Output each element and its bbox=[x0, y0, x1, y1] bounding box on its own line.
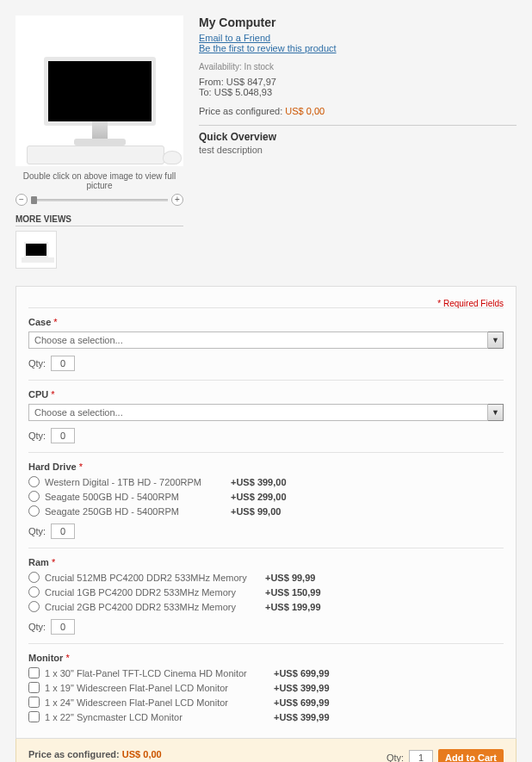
configured-price-amount: US$ 0,00 bbox=[285, 106, 325, 116]
ram-radio[interactable] bbox=[28, 586, 40, 598]
harddrive-radio[interactable] bbox=[28, 476, 40, 487]
chevron-down-icon[interactable]: ▼ bbox=[488, 404, 504, 421]
divider bbox=[199, 125, 517, 126]
add-to-cart-panel: Price as configured: US$ 0,00 Qty: Add t… bbox=[15, 739, 517, 762]
ram-option-name: Crucial 1GB PC4200 DDR2 533MHz Memory bbox=[45, 587, 260, 598]
more-views-heading: MORE VIEWS bbox=[15, 214, 183, 226]
ram-option[interactable]: Crucial 2GB PC4200 DDR2 533MHz Memory +U… bbox=[28, 601, 504, 612]
cpu-qty-input[interactable] bbox=[51, 428, 75, 443]
harddrive-option[interactable]: Seagate 500GB HD - 5400RPM +US$ 299,00 bbox=[28, 491, 504, 502]
harddrive-option-name: Western Digital - 1TB HD - 7200RPM bbox=[45, 477, 226, 487]
case-select-value: Choose a selection... bbox=[28, 331, 488, 349]
harddrive-radio[interactable] bbox=[28, 491, 40, 502]
option-section-ram: Ram * Crucial 512MB PC4200 DDR2 533MHz M… bbox=[28, 548, 504, 635]
monitor-option-name: 1 x 22" Syncmaster LCD Monitor bbox=[45, 712, 269, 722]
monitor-option-name: 1 x 24" Widescreen Flat-Panel LCD Monito… bbox=[45, 697, 269, 708]
zoom-slider[interactable] bbox=[31, 199, 168, 201]
monitor-option-price: +US$ 399,99 bbox=[274, 712, 330, 722]
price-to-value: US$ 5.048,93 bbox=[214, 87, 272, 97]
email-friend-link[interactable]: Email to a Friend bbox=[199, 33, 517, 43]
harddrive-option-price: +US$ 399,00 bbox=[231, 477, 287, 487]
case-select[interactable]: Choose a selection... ▼ bbox=[28, 331, 504, 349]
add-to-cart-button[interactable]: Add to Cart bbox=[438, 749, 504, 762]
monitor-option-price: +US$ 399,99 bbox=[274, 683, 330, 693]
zoom-slider-handle[interactable] bbox=[31, 196, 37, 204]
price-from-value: US$ 847,97 bbox=[226, 77, 276, 87]
configured-price-line: Price as configured: US$ 0,00 bbox=[199, 106, 517, 116]
ram-qty-input[interactable] bbox=[51, 619, 75, 635]
ram-option-price: +US$ 150,99 bbox=[265, 587, 321, 598]
case-qty-input[interactable] bbox=[51, 356, 75, 371]
ram-option[interactable]: Crucial 1GB PC4200 DDR2 533MHz Memory +U… bbox=[28, 586, 504, 598]
monitor-checkbox[interactable] bbox=[28, 711, 40, 722]
bottom-configured-price: Price as configured: US$ 0,00 bbox=[28, 749, 162, 759]
ram-option-price: +US$ 99,99 bbox=[265, 573, 315, 583]
review-product-link[interactable]: Be the first to review this product bbox=[199, 43, 517, 53]
cpu-qty-label: Qty: bbox=[28, 431, 46, 441]
harddrive-option-name: Seagate 500GB HD - 5400RPM bbox=[45, 492, 226, 502]
ram-radio[interactable] bbox=[28, 601, 40, 612]
ram-option-name: Crucial 2GB PC4200 DDR2 533MHz Memory bbox=[45, 602, 260, 612]
monitor-option-price: +US$ 699,99 bbox=[274, 697, 330, 708]
case-qty-label: Qty: bbox=[28, 358, 46, 369]
ram-option-name: Crucial 512MB PC4200 DDR2 533MHz Memory bbox=[45, 573, 260, 583]
product-main-image[interactable] bbox=[15, 15, 183, 166]
option-section-cpu: CPU * Choose a selection... ▼ Qty: bbox=[28, 380, 504, 443]
harddrive-option-name: Seagate 250GB HD - 5400RPM bbox=[45, 506, 226, 517]
price-from-label: From: bbox=[199, 77, 224, 87]
cpu-select-value: Choose a selection... bbox=[28, 404, 488, 421]
harddrive-option-price: +US$ 299,00 bbox=[231, 492, 287, 502]
product-options-panel: * Required Fields Case * Choose a select… bbox=[15, 286, 517, 739]
configured-price-label: Price as configured: bbox=[199, 106, 282, 116]
harddrive-option[interactable]: Seagate 250GB HD - 5400RPM +US$ 99,00 bbox=[28, 505, 504, 517]
monitor-option[interactable]: 1 x 22" Syncmaster LCD Monitor +US$ 399,… bbox=[28, 711, 504, 722]
quick-overview-heading: Quick Overview bbox=[199, 131, 517, 143]
monitor-option[interactable]: 1 x 19" Widescreen Flat-Panel LCD Monito… bbox=[28, 682, 504, 693]
zoom-hint-text: Double click on above image to view full… bbox=[15, 171, 183, 190]
option-section-monitor: Monitor * 1 x 30" Flat-Panel TFT-LCD Cin… bbox=[28, 643, 504, 722]
monitor-checkbox[interactable] bbox=[28, 667, 40, 678]
monitor-checkbox[interactable] bbox=[28, 697, 40, 708]
cart-qty-label: Qty: bbox=[387, 753, 404, 762]
option-section-case: Case * Choose a selection... ▼ Qty: bbox=[28, 307, 504, 371]
required-fields-note: * Required Fields bbox=[437, 299, 504, 308]
monitor-option-price: +US$ 699,99 bbox=[274, 668, 330, 678]
computer-illustration bbox=[44, 57, 156, 126]
zoom-out-button[interactable]: − bbox=[15, 194, 28, 206]
monitor-option[interactable]: 1 x 24" Widescreen Flat-Panel LCD Monito… bbox=[28, 697, 504, 708]
monitor-label: Monitor * bbox=[28, 653, 504, 663]
availability-text: Availability: In stock bbox=[199, 62, 517, 71]
price-to-label: To: bbox=[199, 87, 212, 97]
cpu-label: CPU * bbox=[28, 389, 504, 400]
ram-radio[interactable] bbox=[28, 572, 40, 583]
harddrive-radio[interactable] bbox=[28, 505, 40, 517]
cpu-select[interactable]: Choose a selection... ▼ bbox=[28, 404, 504, 421]
ram-option-price: +US$ 199,99 bbox=[265, 602, 321, 612]
harddrive-qty-label: Qty: bbox=[28, 526, 46, 536]
thumbnail-image[interactable] bbox=[15, 231, 57, 269]
ram-label: Ram * bbox=[28, 557, 504, 567]
monitor-checkbox[interactable] bbox=[28, 682, 40, 693]
cart-qty-input[interactable] bbox=[409, 750, 433, 762]
ram-qty-label: Qty: bbox=[28, 622, 46, 632]
option-section-harddrive: Hard Drive * Western Digital - 1TB HD - … bbox=[28, 452, 504, 539]
monitor-option-name: 1 x 19" Widescreen Flat-Panel LCD Monito… bbox=[45, 683, 269, 693]
bottom-configured-amount: US$ 0,00 bbox=[122, 749, 162, 759]
ram-option[interactable]: Crucial 512MB PC4200 DDR2 533MHz Memory … bbox=[28, 572, 504, 583]
zoom-in-button[interactable]: + bbox=[171, 194, 183, 206]
chevron-down-icon[interactable]: ▼ bbox=[488, 331, 504, 349]
harddrive-label: Hard Drive * bbox=[28, 462, 504, 472]
quick-overview-text: test description bbox=[199, 145, 517, 155]
product-title: My Computer bbox=[199, 15, 517, 29]
harddrive-qty-input[interactable] bbox=[51, 523, 75, 539]
monitor-option[interactable]: 1 x 30" Flat-Panel TFT-LCD Cinema HD Mon… bbox=[28, 667, 504, 678]
harddrive-option[interactable]: Western Digital - 1TB HD - 7200RPM +US$ … bbox=[28, 476, 504, 487]
monitor-option-name: 1 x 30" Flat-Panel TFT-LCD Cinema HD Mon… bbox=[45, 668, 269, 678]
harddrive-option-price: +US$ 99,00 bbox=[231, 506, 281, 517]
case-label: Case * bbox=[28, 317, 504, 327]
price-range: From: US$ 847,97 To: US$ 5.048,93 bbox=[199, 77, 517, 97]
